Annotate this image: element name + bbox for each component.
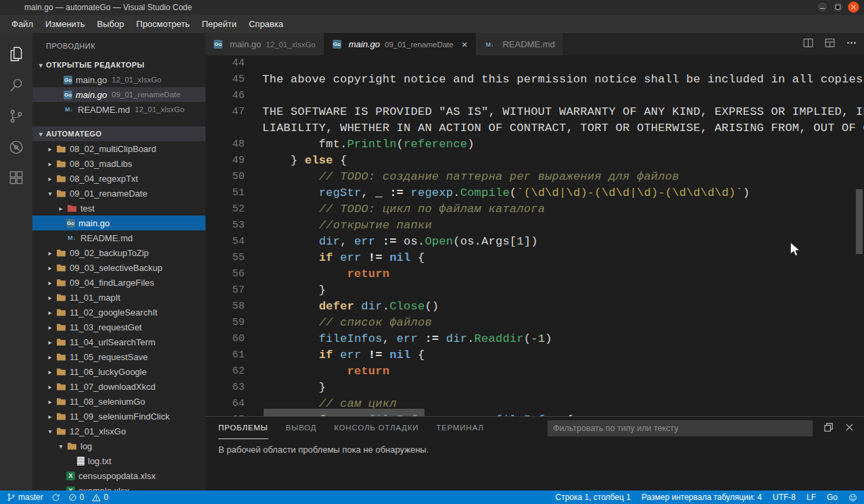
code-line[interactable]: 61 if err != nil { <box>206 347 864 363</box>
editor-tab[interactable]: Gomain.go12_01_xlsxGo <box>206 33 325 55</box>
line-number[interactable]: 62 <box>206 363 245 380</box>
more-actions-icon[interactable] <box>846 37 857 51</box>
tree-item[interactable]: ▸11_02_googleSearchIt <box>32 305 206 320</box>
status-item[interactable]: LF <box>807 493 816 502</box>
split-editor-icon[interactable] <box>802 37 814 51</box>
source-control-icon[interactable] <box>0 101 32 132</box>
line-number[interactable]: 52 <box>206 201 245 218</box>
tree-item[interactable]: ▸08_03_madLibs <box>32 156 206 171</box>
code-line[interactable]: 45The above copyright notice and this pe… <box>206 72 864 88</box>
code-line[interactable]: 63 } <box>206 380 864 396</box>
panel-tab-вывод[interactable]: ВЫВОД <box>286 417 317 439</box>
tree-item[interactable]: Xcensuspopdata.xlsx <box>32 468 206 483</box>
tree-item[interactable]: ▸11_09_seleniumFindClick <box>32 409 206 424</box>
minimize-button[interactable] <box>817 1 828 13</box>
line-number[interactable]: 53 <box>206 218 245 234</box>
tree-item[interactable]: ▸11_06_luckyGoogle <box>32 364 206 379</box>
maximize-button[interactable] <box>832 1 844 13</box>
status-item-smiley[interactable] <box>848 493 857 502</box>
tree-item[interactable]: Gomain.go <box>32 216 206 230</box>
line-number[interactable]: 50 <box>206 169 245 185</box>
status-item[interactable]: UTF-8 <box>773 493 796 502</box>
tree-item[interactable]: ▸09_02_backupToZip <box>32 245 206 260</box>
project-header[interactable]: ▾ AUTOMATEGO <box>32 126 206 141</box>
close-button[interactable] <box>848 1 859 13</box>
tree-item[interactable]: ▸09_04_findLargeFiles <box>32 275 206 290</box>
line-number[interactable] <box>206 120 245 136</box>
code-line[interactable]: 55 if err != nil { <box>206 250 864 266</box>
tree-item[interactable]: ▸11_07_downloadXkcd <box>32 379 206 394</box>
tree-item[interactable]: ▾09_01_renameDate <box>32 186 206 201</box>
status-item[interactable]: Go <box>827 493 838 502</box>
code-line[interactable]: 49 } else { <box>206 153 864 169</box>
tree-item[interactable]: ▾12_01_xlsxGo <box>32 424 206 438</box>
line-number[interactable]: 55 <box>206 250 245 266</box>
explorer-icon[interactable] <box>0 39 32 70</box>
close-tab-icon[interactable]: × <box>462 39 468 49</box>
status-item[interactable]: Строка 1, столбец 1 <box>555 493 630 502</box>
tree-item[interactable]: ▸08_02_multiClipBoard <box>32 141 206 156</box>
code-line[interactable]: 60 fileInfos, err := dir.Readdir(-1) <box>206 331 864 347</box>
editor-tab[interactable]: M↓README.md <box>476 33 563 55</box>
line-number[interactable]: 61 <box>206 347 245 363</box>
status-item-branch[interactable]: master <box>7 493 43 502</box>
tree-item[interactable]: ▸11_01_mapIt <box>32 290 206 305</box>
maximize-panel-icon[interactable] <box>823 422 834 435</box>
code-line[interactable]: 46 <box>206 88 864 104</box>
extensions-icon[interactable] <box>0 163 32 194</box>
menu-item-4[interactable]: Перейти <box>195 15 243 33</box>
code-line[interactable]: 59 // список файлов <box>206 315 864 331</box>
line-number[interactable]: 47 <box>206 104 245 120</box>
code-line[interactable]: 48 fmt.Println(reference) <box>206 136 864 153</box>
vertical-scrollbar[interactable] <box>856 189 863 254</box>
menu-item-1[interactable]: Изменить <box>39 15 91 33</box>
tree-item[interactable]: Xexample.xlsx <box>32 483 206 490</box>
line-number[interactable]: 46 <box>206 88 245 104</box>
status-item-error[interactable]: 0 <box>68 493 85 502</box>
tree-item[interactable]: ▾log <box>32 438 206 453</box>
line-number[interactable]: 56 <box>206 266 245 282</box>
code-line[interactable]: LIABILITY, WHETHER IN AN ACTION OF CONTR… <box>206 120 864 136</box>
line-number[interactable]: 49 <box>206 153 245 169</box>
panel-tab-терминал[interactable]: ТЕРМИНАЛ <box>436 417 483 439</box>
code-line[interactable]: 56 return <box>206 266 864 282</box>
debug-icon[interactable] <box>0 132 32 163</box>
code-line[interactable]: 54 dir, err := os.Open(os.Args[1]) <box>206 234 864 250</box>
editor-layout-icon[interactable] <box>824 37 836 51</box>
code-line[interactable]: 44 <box>206 55 864 72</box>
tree-item[interactable]: ▸test <box>32 201 206 216</box>
tree-item[interactable]: ▸11_04_urlSearchTerm <box>32 334 206 349</box>
tree-item[interactable]: ▸11_03_requestGet <box>32 320 206 334</box>
tree-item[interactable]: ▸11_05_requestSave <box>32 349 206 364</box>
menu-item-0[interactable]: Файл <box>5 15 39 33</box>
tree-item[interactable]: log.txt <box>32 453 206 468</box>
line-number[interactable]: 54 <box>206 234 245 250</box>
problems-filter-input[interactable] <box>548 420 813 436</box>
line-number[interactable]: 63 <box>206 380 245 396</box>
line-number[interactable]: 44 <box>206 55 245 72</box>
panel-tab-консоль-отладки[interactable]: КОНСОЛЬ ОТЛАДКИ <box>334 417 418 439</box>
code-line[interactable]: 50 // TODO: создание паттерна рег выраже… <box>206 169 864 185</box>
tree-item[interactable]: M↓README.md <box>32 230 206 245</box>
line-number[interactable]: 48 <box>206 136 245 153</box>
open-editor-item[interactable]: Gomain.go12_01_xlsxGo <box>32 72 206 87</box>
code-editor[interactable]: 4445The above copyright notice and this … <box>206 55 864 416</box>
editor-tab[interactable]: Gomain.go09_01_renameDate× <box>325 33 477 55</box>
line-number[interactable]: 58 <box>206 299 245 315</box>
line-number[interactable]: 51 <box>206 185 245 201</box>
status-item[interactable]: Размер интервала табуляции: 4 <box>642 493 762 502</box>
search-icon[interactable] <box>0 70 32 101</box>
open-editors-header[interactable]: ▾ ОТКРЫТЫЕ РЕДАКТОРЫ <box>32 57 206 72</box>
open-editor-item[interactable]: Gomain.go09_01_renameDate <box>32 87 206 102</box>
panel-tab-проблемы[interactable]: ПРОБЛЕМЫ <box>218 417 268 439</box>
status-item-sync[interactable] <box>51 493 60 502</box>
line-number[interactable]: 59 <box>206 315 245 331</box>
code-line[interactable]: 51 regStr, _ := regexp.Compile(`(\d\d|\d… <box>206 185 864 201</box>
close-panel-icon[interactable] <box>844 422 855 435</box>
horizontal-scrollbar[interactable] <box>264 409 425 416</box>
code-line[interactable]: 58 defer dir.Close() <box>206 299 864 315</box>
line-number[interactable]: 60 <box>206 331 245 347</box>
menu-item-3[interactable]: Просмотреть <box>130 15 196 33</box>
line-number[interactable]: 45 <box>206 72 245 88</box>
tree-item[interactable]: ▸08_04_regexpTxt <box>32 171 206 186</box>
